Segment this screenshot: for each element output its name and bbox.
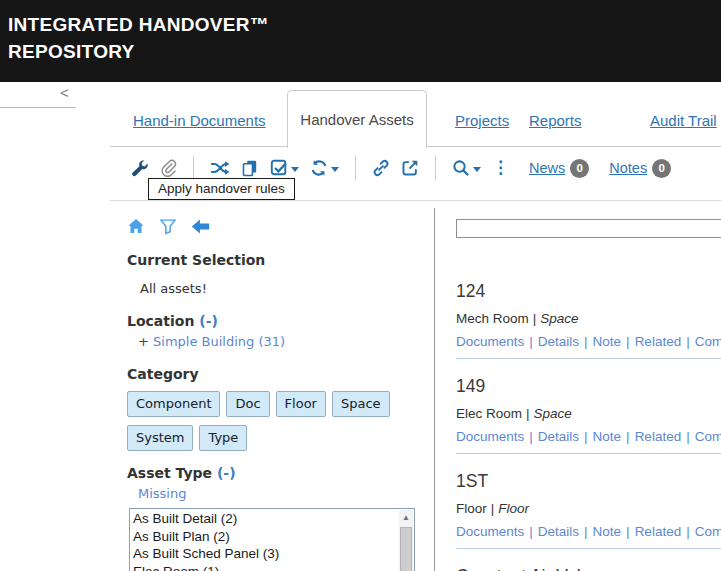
asset-type-option[interactable]: As Built Plan (2) [133,528,397,546]
caret-down-icon [291,167,299,172]
compare-link[interactable]: Compare [695,524,721,539]
category-button-system[interactable]: System [127,425,193,451]
asset-name: 124 [456,281,721,302]
tab-handover-assets[interactable]: Handover Assets [287,90,427,148]
details-link[interactable]: Details [538,524,579,539]
listbox-scrollbar[interactable]: ▲ [399,510,413,571]
compare-link[interactable]: Compare [695,334,721,349]
news-count-badge: 0 [570,159,589,178]
toolbar-separator [193,156,194,180]
attach-button[interactable] [159,159,177,177]
category-button-type[interactable]: Type [199,425,247,451]
asset-type-listbox[interactable]: As Built Detail (2) As Built Plan (2) As… [129,508,415,571]
checkbox-icon [270,159,288,177]
details-link[interactable]: Details [538,429,579,444]
refresh-icon [310,159,328,177]
caret-down-icon [331,167,339,172]
tab-reports[interactable]: Reports [529,112,582,129]
asset-links: Documents|Details|Note|Related|Compare [456,524,721,539]
more-actions-button[interactable]: ⋮ [492,159,509,177]
details-link[interactable]: Details [538,334,579,349]
notes-count-badge: 0 [652,159,671,178]
compare-link[interactable]: Compare [695,429,721,444]
scrollbar-thumb[interactable] [400,527,412,571]
asset-type-option[interactable]: As Built Sched Panel (3) [133,545,397,563]
link-button[interactable] [372,159,390,177]
location-heading: Location (-) [127,313,434,329]
detail-separator: | [522,406,534,421]
expand-plus-icon[interactable]: + [138,334,153,349]
shuffle-icon [210,160,230,176]
category-buttons: Component Doc Floor Space System Type [127,391,429,451]
related-link[interactable]: Related [635,524,682,539]
tabbar-border-right [427,146,721,147]
select-actions-button[interactable] [270,159,299,177]
asset-type-option[interactable]: Elec Room (1) [133,563,397,571]
asset-links: Documents|Details|Note|Related|Compare [456,334,721,349]
asset-type-clear-link[interactable]: (-) [217,465,236,481]
back-button[interactable] [191,219,210,234]
tabbar-border-left [110,146,287,147]
current-selection-value: All assets! [140,281,434,296]
tab-hand-in-documents[interactable]: Hand-in Documents [133,112,266,129]
category-heading: Category [127,366,434,382]
export-button[interactable] [401,159,419,177]
category-button-space[interactable]: Space [332,391,390,417]
related-link[interactable]: Related [635,334,682,349]
filter-button[interactable] [159,218,177,235]
app-header: INTEGRATED HANDOVER™ REPOSITORY [0,0,721,82]
location-item-link[interactable]: Simple Building (31) [153,334,285,349]
asset-type-option[interactable]: As Built Detail (2) [133,510,397,528]
results-panel: 124 Mech Room|Space Documents|Details|No… [434,208,721,571]
category-button-component[interactable]: Component [127,391,220,417]
caret-down-icon [473,167,481,172]
detail-separator: | [529,311,541,326]
location-item[interactable]: + Simple Building (31) [138,334,434,349]
refresh-button[interactable] [310,159,339,177]
note-link[interactable]: Note [593,334,622,349]
asset-name: 149 [456,376,721,397]
category-button-doc[interactable]: Doc [226,391,269,417]
home-icon [127,218,145,235]
documents-link[interactable]: Documents [456,334,524,349]
asset-detail: Elec Room|Space [456,406,721,421]
category-button-floor[interactable]: Floor [276,391,326,417]
paperclip-icon [159,159,177,177]
link-chain-icon [372,159,390,177]
export-icon [401,159,419,177]
note-link[interactable]: Note [593,429,622,444]
asset-name: Constant Air Volume [456,566,721,571]
app-title-line1: INTEGRATED HANDOVER™ [8,11,721,38]
documents-link[interactable]: Documents [456,429,524,444]
item-separator-line [456,453,721,454]
notes-link[interactable]: Notes 0 [609,159,671,178]
news-link[interactable]: News 0 [529,159,589,178]
asset-links: Documents|Details|Note|Related|Compare [456,429,721,444]
related-link[interactable]: Related [635,429,682,444]
search-options-button[interactable] [452,159,481,177]
collapse-panel-button[interactable]: < [60,84,69,101]
filter-funnel-icon [159,218,177,235]
missing-link[interactable]: Missing [138,486,186,501]
shuffle-button[interactable] [210,160,230,176]
note-link[interactable]: Note [593,524,622,539]
location-clear-link[interactable]: (-) [199,313,218,329]
item-separator-line [456,358,721,359]
tab-audit-trail[interactable]: Audit Trail [650,112,717,129]
news-label[interactable]: News [529,160,565,176]
toolbar-separator [355,156,356,180]
notes-label[interactable]: Notes [609,160,647,176]
toolbar-separator [435,156,436,180]
scrollbar-up-arrow-icon[interactable]: ▲ [399,510,413,525]
detail-separator: | [487,501,499,516]
asset-search-input[interactable] [456,219,721,238]
item-separator-line [456,548,721,549]
apply-handover-rules-button[interactable] [130,159,148,177]
asset-name: 1ST [456,471,721,492]
tab-projects[interactable]: Projects [455,112,509,129]
app-title-line2: REPOSITORY [8,38,721,65]
copy-button[interactable] [241,159,259,177]
asset-type-missing[interactable]: Missing [138,486,434,501]
documents-link[interactable]: Documents [456,524,524,539]
home-button[interactable] [127,218,145,235]
